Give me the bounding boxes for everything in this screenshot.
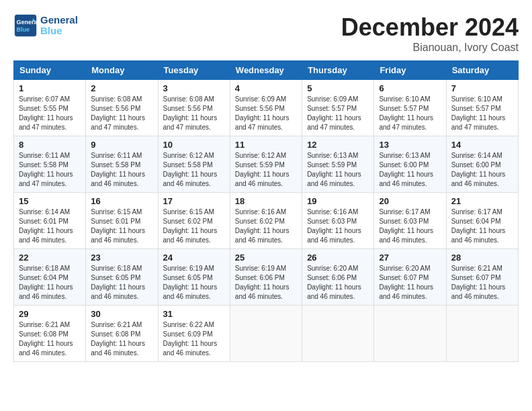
calendar-cell: 11Sunrise: 6:12 AMSunset: 5:59 PMDayligh… [230, 136, 302, 193]
day-number: 1 [19, 83, 81, 93]
day-number: 29 [19, 309, 81, 319]
day-content: Sunrise: 6:07 AMSunset: 5:55 PMDaylight:… [19, 95, 81, 132]
day-content: Sunrise: 6:11 AMSunset: 5:58 PMDaylight:… [19, 151, 81, 189]
day-number: 13 [379, 140, 441, 150]
calendar-week-row: 1Sunrise: 6:07 AMSunset: 5:55 PMDaylight… [14, 80, 519, 136]
calendar-cell: 12Sunrise: 6:13 AMSunset: 5:59 PMDayligh… [302, 136, 374, 193]
calendar-cell [302, 306, 374, 362]
day-content: Sunrise: 6:09 AMSunset: 5:57 PMDaylight:… [307, 95, 369, 132]
day-number: 20 [379, 196, 441, 206]
calendar-week-row: 15Sunrise: 6:14 AMSunset: 6:01 PMDayligh… [14, 193, 519, 249]
day-content: Sunrise: 6:15 AMSunset: 6:02 PMDaylight:… [163, 208, 225, 245]
calendar-cell [374, 306, 446, 362]
calendar-cell: 14Sunrise: 6:14 AMSunset: 6:00 PMDayligh… [446, 136, 518, 193]
day-number: 26 [307, 253, 369, 263]
calendar-cell: 1Sunrise: 6:07 AMSunset: 5:55 PMDaylight… [14, 80, 86, 136]
day-number: 9 [91, 140, 152, 150]
day-number: 12 [307, 140, 369, 150]
day-number: 11 [235, 140, 297, 150]
logo-text-blue: Blue [40, 26, 78, 37]
day-number: 4 [235, 83, 297, 93]
day-number: 18 [235, 196, 297, 206]
calendar-cell: 16Sunrise: 6:15 AMSunset: 6:01 PMDayligh… [86, 193, 158, 249]
calendar-table: SundayMondayTuesdayWednesdayThursdayFrid… [13, 60, 519, 362]
calendar-cell: 8Sunrise: 6:11 AMSunset: 5:58 PMDaylight… [14, 136, 86, 193]
calendar-cell: 23Sunrise: 6:18 AMSunset: 6:05 PMDayligh… [86, 249, 158, 306]
day-number: 23 [91, 253, 152, 263]
calendar-header-monday: Monday [86, 61, 158, 80]
day-number: 19 [307, 196, 369, 206]
calendar-cell: 3Sunrise: 6:08 AMSunset: 5:56 PMDaylight… [158, 80, 230, 136]
day-content: Sunrise: 6:10 AMSunset: 5:57 PMDaylight:… [379, 95, 441, 132]
day-number: 15 [19, 196, 81, 206]
day-content: Sunrise: 6:20 AMSunset: 6:07 PMDaylight:… [379, 264, 441, 302]
day-content: Sunrise: 6:17 AMSunset: 6:04 PMDaylight:… [451, 208, 513, 245]
calendar-cell [446, 306, 518, 362]
calendar-cell: 6Sunrise: 6:10 AMSunset: 5:57 PMDaylight… [374, 80, 446, 136]
calendar-cell: 4Sunrise: 6:09 AMSunset: 5:56 PMDaylight… [230, 80, 302, 136]
day-number: 8 [19, 140, 81, 150]
day-number: 28 [451, 253, 513, 263]
calendar-cell: 22Sunrise: 6:18 AMSunset: 6:04 PMDayligh… [14, 249, 86, 306]
calendar-cell: 20Sunrise: 6:17 AMSunset: 6:03 PMDayligh… [374, 193, 446, 249]
calendar-week-row: 8Sunrise: 6:11 AMSunset: 5:58 PMDaylight… [14, 136, 519, 193]
logo: General Blue General Blue [13, 13, 78, 38]
day-number: 31 [163, 309, 225, 319]
day-content: Sunrise: 6:17 AMSunset: 6:03 PMDaylight:… [379, 208, 441, 245]
calendar-cell: 25Sunrise: 6:19 AMSunset: 6:06 PMDayligh… [230, 249, 302, 306]
day-content: Sunrise: 6:21 AMSunset: 6:08 PMDaylight:… [19, 320, 81, 358]
calendar-cell: 5Sunrise: 6:09 AMSunset: 5:57 PMDaylight… [302, 80, 374, 136]
calendar-cell: 7Sunrise: 6:10 AMSunset: 5:57 PMDaylight… [446, 80, 518, 136]
calendar-cell: 19Sunrise: 6:16 AMSunset: 6:03 PMDayligh… [302, 193, 374, 249]
calendar-week-row: 29Sunrise: 6:21 AMSunset: 6:08 PMDayligh… [14, 306, 519, 362]
day-number: 14 [451, 140, 513, 150]
day-content: Sunrise: 6:21 AMSunset: 6:08 PMDaylight:… [91, 320, 152, 358]
day-content: Sunrise: 6:15 AMSunset: 6:01 PMDaylight:… [91, 208, 152, 245]
day-content: Sunrise: 6:18 AMSunset: 6:05 PMDaylight:… [91, 264, 152, 302]
day-content: Sunrise: 6:21 AMSunset: 6:07 PMDaylight:… [451, 264, 513, 302]
day-content: Sunrise: 6:14 AMSunset: 6:01 PMDaylight:… [19, 208, 81, 245]
day-number: 7 [451, 83, 513, 93]
calendar-cell: 31Sunrise: 6:22 AMSunset: 6:09 PMDayligh… [158, 306, 230, 362]
calendar-cell: 15Sunrise: 6:14 AMSunset: 6:01 PMDayligh… [14, 193, 86, 249]
title-area: December 2024 Bianouan, Ivory Coast [341, 13, 519, 54]
day-number: 27 [379, 253, 441, 263]
day-number: 6 [379, 83, 441, 93]
day-number: 30 [91, 309, 152, 319]
calendar-cell: 30Sunrise: 6:21 AMSunset: 6:08 PMDayligh… [86, 306, 158, 362]
calendar-cell: 27Sunrise: 6:20 AMSunset: 6:07 PMDayligh… [374, 249, 446, 306]
logo-text-general: General [40, 15, 78, 26]
calendar-header-tuesday: Tuesday [158, 61, 230, 80]
day-content: Sunrise: 6:18 AMSunset: 6:04 PMDaylight:… [19, 264, 81, 302]
day-content: Sunrise: 6:22 AMSunset: 6:09 PMDaylight:… [163, 320, 225, 358]
day-number: 22 [19, 253, 81, 263]
day-content: Sunrise: 6:19 AMSunset: 6:06 PMDaylight:… [235, 264, 297, 302]
calendar-header-sunday: Sunday [14, 61, 86, 80]
calendar-cell: 28Sunrise: 6:21 AMSunset: 6:07 PMDayligh… [446, 249, 518, 306]
calendar-cell: 17Sunrise: 6:15 AMSunset: 6:02 PMDayligh… [158, 193, 230, 249]
calendar-cell: 24Sunrise: 6:19 AMSunset: 6:05 PMDayligh… [158, 249, 230, 306]
month-title: December 2024 [341, 13, 519, 42]
day-content: Sunrise: 6:14 AMSunset: 6:00 PMDaylight:… [451, 151, 513, 189]
day-content: Sunrise: 6:12 AMSunset: 5:58 PMDaylight:… [163, 151, 225, 189]
calendar-cell: 2Sunrise: 6:08 AMSunset: 5:56 PMDaylight… [86, 80, 158, 136]
day-number: 17 [163, 196, 225, 206]
day-number: 16 [91, 196, 152, 206]
day-content: Sunrise: 6:08 AMSunset: 5:56 PMDaylight:… [163, 95, 225, 132]
day-content: Sunrise: 6:13 AMSunset: 5:59 PMDaylight:… [307, 151, 369, 189]
calendar-header-wednesday: Wednesday [230, 61, 302, 80]
day-content: Sunrise: 6:16 AMSunset: 6:03 PMDaylight:… [307, 208, 369, 245]
location-title: Bianouan, Ivory Coast [341, 42, 519, 54]
svg-text:Blue: Blue [17, 26, 30, 33]
day-content: Sunrise: 6:10 AMSunset: 5:57 PMDaylight:… [451, 95, 513, 132]
day-number: 2 [91, 83, 152, 93]
day-content: Sunrise: 6:20 AMSunset: 6:06 PMDaylight:… [307, 264, 369, 302]
calendar-cell: 26Sunrise: 6:20 AMSunset: 6:06 PMDayligh… [302, 249, 374, 306]
day-number: 21 [451, 196, 513, 206]
day-number: 5 [307, 83, 369, 93]
day-content: Sunrise: 6:13 AMSunset: 6:00 PMDaylight:… [379, 151, 441, 189]
day-content: Sunrise: 6:16 AMSunset: 6:02 PMDaylight:… [235, 208, 297, 245]
calendar-cell: 10Sunrise: 6:12 AMSunset: 5:58 PMDayligh… [158, 136, 230, 193]
day-number: 24 [163, 253, 225, 263]
day-content: Sunrise: 6:11 AMSunset: 5:58 PMDaylight:… [91, 151, 152, 189]
